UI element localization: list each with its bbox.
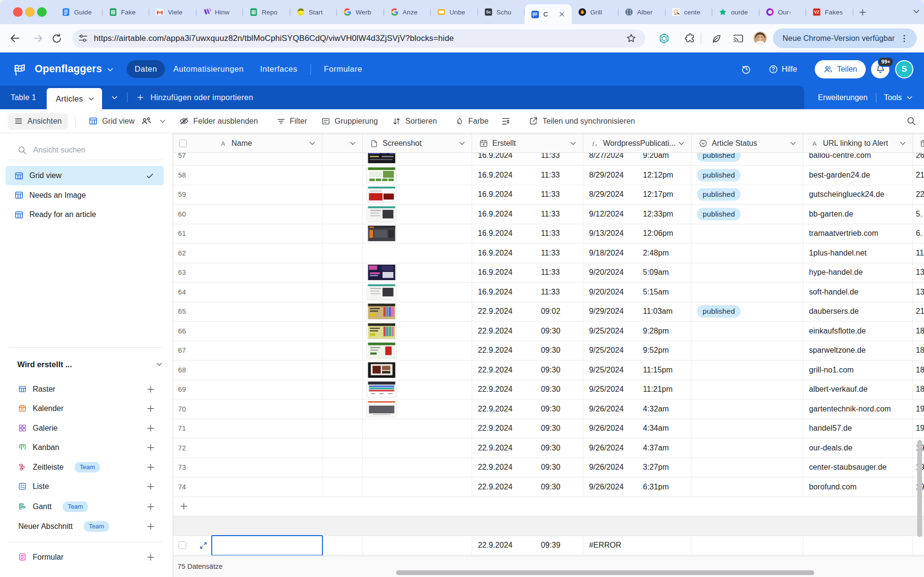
row-number-cell[interactable]: 60 bbox=[173, 205, 212, 224]
cell-status[interactable] bbox=[692, 419, 803, 438]
table-row[interactable]: 6316.9.202411:339/20/20245:09amhype-hand… bbox=[173, 263, 924, 283]
cell-name[interactable] bbox=[212, 438, 322, 458]
cell-status[interactable]: published bbox=[692, 302, 803, 321]
plus-icon[interactable] bbox=[146, 552, 155, 562]
cell-last[interactable]: 6. bbox=[913, 224, 924, 244]
profile-avatar[interactable] bbox=[754, 32, 767, 45]
cell-name-active[interactable] bbox=[212, 536, 322, 555]
url-text[interactable]: https://airtable.com/appa3i7uwxquuz82n/t… bbox=[94, 34, 626, 43]
new-record-row[interactable]: 22.9.202409:39#ERROR bbox=[173, 536, 924, 556]
cell-name[interactable] bbox=[212, 263, 322, 282]
site-settings-icon[interactable] bbox=[78, 33, 88, 43]
color-button[interactable]: Farbe bbox=[455, 117, 488, 126]
cell-status[interactable] bbox=[692, 282, 803, 302]
column-chevron-icon[interactable] bbox=[678, 140, 685, 147]
cell-created[interactable]: 22.9.202409:30 bbox=[472, 341, 583, 360]
view-search-input[interactable]: Ansicht suchen bbox=[9, 140, 163, 160]
cell-mini[interactable] bbox=[322, 360, 363, 380]
help-button[interactable]: Hilfe bbox=[769, 64, 797, 74]
cell-url[interactable]: grill-no1.com bbox=[803, 360, 913, 380]
cell-status[interactable]: published bbox=[692, 166, 803, 185]
screenshot-thumbnail[interactable] bbox=[367, 401, 397, 417]
browser-tab[interactable]: Grill bbox=[572, 0, 619, 24]
table-tab-table-1[interactable]: Table 1 bbox=[0, 86, 47, 109]
table-row[interactable]: 5716.9.202411:338/27/20249:20ampublished… bbox=[173, 153, 924, 166]
cell-created[interactable]: 22.9.202409:30 bbox=[472, 477, 583, 497]
plus-icon[interactable] bbox=[146, 404, 155, 413]
cell-url[interactable]: gartentechnik-nord.com bbox=[803, 399, 913, 419]
screenshot-thumbnail[interactable] bbox=[367, 225, 397, 242]
cell-status[interactable] bbox=[692, 399, 803, 419]
cell-status[interactable]: published bbox=[692, 153, 803, 165]
cell-last[interactable]: 21 bbox=[913, 302, 924, 321]
address-bar[interactable]: https://airtable.com/appa3i7uwxquuz82n/t… bbox=[73, 29, 645, 48]
hide-fields-button[interactable]: Felder ausblenden bbox=[179, 116, 258, 126]
expand-record-icon[interactable] bbox=[199, 541, 208, 550]
cell-url[interactable]: albert-verkauf.de bbox=[803, 380, 913, 399]
table-row[interactable]: 7122.9.202409:309/26/20244:34amhandel57.… bbox=[173, 419, 924, 439]
table-row[interactable]: 7222.9.202409:309/26/20244:37amour-deals… bbox=[173, 438, 924, 458]
cell-published-at[interactable]: 8/29/202412:12pm bbox=[583, 166, 692, 185]
screenshot-thumbnail[interactable] bbox=[367, 167, 397, 183]
cell-status[interactable] bbox=[692, 380, 803, 399]
tools-button[interactable]: Tools bbox=[880, 93, 917, 102]
filter-button[interactable]: Filter bbox=[277, 117, 307, 126]
row-number-cell[interactable]: 61 bbox=[173, 224, 212, 244]
cell-created[interactable]: 16.9.202411:33 bbox=[472, 282, 583, 302]
sidebar-view-grid-view[interactable]: Grid view bbox=[6, 166, 164, 185]
cell-last[interactable]: 13 bbox=[913, 263, 924, 282]
browser-tab[interactable]: Werb bbox=[337, 0, 384, 24]
create-view-neuer-abschnitt[interactable]: Neuer AbschnittTeam bbox=[9, 516, 164, 536]
browser-tab-active[interactable]: C bbox=[525, 4, 572, 24]
row-number-cell[interactable]: 62 bbox=[173, 244, 212, 263]
row-number-cell[interactable]: 66 bbox=[173, 321, 212, 341]
table-row[interactable]: 7422.9.202409:309/26/20246:31pmborofund.… bbox=[173, 477, 924, 497]
column-header-created[interactable]: Erstellt bbox=[472, 134, 583, 153]
cell-screenshot[interactable] bbox=[363, 166, 472, 185]
header-nav-formulare[interactable]: Formulare bbox=[316, 60, 371, 78]
plus-icon[interactable] bbox=[146, 443, 155, 452]
cell-published-at[interactable]: 8/29/202412:17pm bbox=[583, 185, 692, 205]
cell-mini[interactable] bbox=[322, 166, 363, 185]
cell-published-at[interactable]: 9/13/202412:06pm bbox=[583, 224, 692, 244]
cell-published-at[interactable]: 9/26/20244:37am bbox=[583, 438, 692, 458]
cell-mini[interactable] bbox=[322, 380, 363, 399]
header-nav-daten[interactable]: Daten bbox=[127, 60, 166, 78]
cell-published-at[interactable]: 9/20/20245:15am bbox=[583, 282, 692, 302]
cell-created[interactable]: 16.9.202411:33 bbox=[472, 185, 583, 205]
browser-tab[interactable]: Anze bbox=[384, 0, 431, 24]
cell-status[interactable] bbox=[692, 244, 803, 263]
cell-created[interactable]: 16.9.202411:33 bbox=[472, 153, 583, 165]
cell-mini[interactable] bbox=[322, 399, 363, 419]
cell-last[interactable]: 5. bbox=[913, 205, 924, 224]
cell-screenshot[interactable] bbox=[363, 341, 472, 360]
cell-published-at[interactable]: 9/25/20249:52pm bbox=[583, 341, 692, 360]
browser-tab[interactable]: ourde bbox=[712, 0, 759, 24]
cell-last[interactable]: 19 bbox=[913, 419, 924, 438]
cell-published-at[interactable]: 9/25/202411:15pm bbox=[583, 360, 692, 380]
table-row[interactable]: 6116.9.202411:339/13/202412:06pmtramaatv… bbox=[173, 224, 924, 244]
table-row[interactable]: 5816.9.202411:338/29/202412:12pmpublishe… bbox=[173, 166, 924, 185]
screenshot-thumbnail[interactable] bbox=[367, 303, 397, 320]
cell-published-at[interactable]: 8/27/20249:20am bbox=[583, 153, 692, 165]
cell-last[interactable]: 18 bbox=[913, 341, 924, 360]
cell-mini[interactable] bbox=[322, 302, 363, 321]
column-header-url[interactable]: AURL linking to Alert bbox=[803, 134, 913, 153]
cell-url[interactable]: ballou-centre.com bbox=[803, 153, 913, 165]
cell-created[interactable]: 22.9.202409:30 bbox=[472, 399, 583, 419]
new-tab-button[interactable] bbox=[858, 8, 867, 17]
table-row[interactable]: 6622.9.202409:309/25/20249:28pmeinkaufsf… bbox=[173, 321, 924, 341]
browser-tab[interactable]: VZ Fakes bbox=[806, 0, 853, 24]
table-row[interactable]: 6722.9.202409:309/25/20249:52pmsparweltz… bbox=[173, 341, 924, 361]
cell-published-at[interactable]: 9/26/20243:27pm bbox=[583, 458, 692, 477]
header-nav-interfaces[interactable]: Interfaces bbox=[252, 60, 305, 78]
cell-created[interactable]: 16.9.202411:33 bbox=[472, 224, 583, 244]
create-view-galerie[interactable]: Galerie bbox=[9, 418, 164, 438]
cell-published-at[interactable]: 9/25/202411:21pm bbox=[583, 380, 692, 399]
cell-screenshot[interactable] bbox=[363, 205, 472, 224]
select-all-checkbox[interactable] bbox=[179, 140, 187, 147]
cell-screenshot[interactable] bbox=[363, 399, 472, 419]
cell-created[interactable]: 22.9.202409:30 bbox=[472, 438, 583, 458]
create-view-kanban[interactable]: Kanban bbox=[9, 437, 164, 457]
cell-published-at[interactable]: 9/18/20242:48pm bbox=[583, 244, 692, 263]
